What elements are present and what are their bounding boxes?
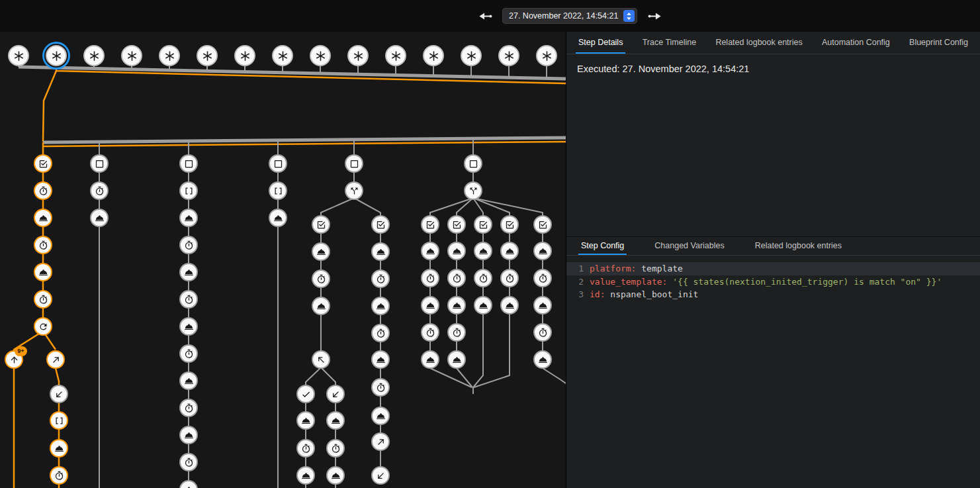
asterisk-node[interactable] — [8, 45, 29, 66]
timer-node[interactable] — [90, 181, 109, 200]
bell-node[interactable] — [296, 466, 315, 485]
timer-node[interactable] — [179, 344, 198, 363]
bell-node[interactable] — [312, 242, 330, 261]
bell-node[interactable] — [179, 426, 198, 444]
bell-node[interactable] — [312, 297, 330, 315]
asterisk-node[interactable] — [310, 45, 331, 66]
bell-node[interactable] — [371, 407, 390, 425]
bell-node[interactable] — [326, 411, 345, 430]
bell-node[interactable] — [50, 439, 68, 458]
square-node[interactable] — [269, 154, 287, 173]
subtab-changed-variables[interactable]: Changed Variables — [652, 237, 727, 255]
asterisk-node[interactable] — [498, 45, 519, 66]
bell-node[interactable] — [179, 263, 198, 281]
checkbox-node[interactable] — [34, 154, 52, 173]
tab-trace-timeline[interactable]: Trace Timeline — [640, 32, 699, 54]
timer-node[interactable] — [326, 439, 345, 458]
bell-node[interactable] — [474, 242, 492, 260]
timer-node[interactable] — [421, 323, 439, 342]
timer-node[interactable] — [179, 453, 198, 471]
bell-node[interactable] — [371, 297, 390, 315]
timer-node[interactable] — [34, 290, 52, 309]
brackets-node[interactable] — [269, 181, 287, 200]
bell-node[interactable] — [421, 242, 439, 260]
bell-node[interactable] — [90, 209, 109, 227]
subtab-step-config[interactable]: Step Config — [578, 237, 627, 255]
bell-node[interactable] — [533, 296, 552, 315]
bell-node[interactable] — [447, 242, 466, 260]
asterisk-node[interactable] — [536, 45, 557, 66]
bell-node[interactable] — [533, 242, 552, 260]
timer-node[interactable] — [34, 181, 52, 200]
asterisk-node[interactable] — [423, 45, 444, 66]
checkbox-node[interactable] — [500, 215, 519, 234]
timer-node[interactable] — [296, 439, 315, 458]
asterisk-node[interactable] — [159, 45, 180, 66]
timer-node[interactable] — [179, 236, 198, 254]
square-node[interactable] — [90, 154, 109, 173]
bell-node[interactable] — [421, 350, 439, 369]
bell-node[interactable] — [179, 371, 198, 390]
timer-node[interactable] — [500, 269, 519, 287]
bell-node[interactable] — [34, 209, 52, 227]
bell-node[interactable] — [179, 317, 198, 336]
bell-node[interactable] — [447, 350, 466, 369]
arrow-bottom-left-node[interactable] — [50, 385, 68, 403]
checkbox-node[interactable] — [371, 215, 390, 234]
bell-node[interactable] — [179, 209, 198, 227]
checkbox-node[interactable] — [474, 215, 492, 234]
bell-node[interactable] — [296, 411, 315, 430]
call-split-node[interactable] — [345, 181, 363, 200]
asterisk-node[interactable] — [385, 45, 406, 66]
asterisk-node[interactable] — [83, 45, 105, 66]
tab-automation-config[interactable]: Automation Config — [819, 32, 893, 54]
arrow-bottom-left-node[interactable] — [371, 466, 390, 485]
asterisk-node[interactable] — [272, 45, 293, 66]
timer-node[interactable] — [179, 290, 198, 309]
arrow-top-right-node[interactable] — [371, 432, 390, 451]
bell-node[interactable] — [371, 350, 390, 369]
asterisk-node[interactable] — [121, 45, 142, 66]
timer-node[interactable] — [371, 324, 390, 342]
checkbox-node[interactable] — [447, 215, 466, 234]
timer-node[interactable] — [371, 269, 390, 288]
square-node[interactable] — [179, 154, 198, 173]
arrow-top-left-node[interactable] — [312, 350, 330, 369]
bell-node[interactable] — [500, 296, 519, 315]
next-run-button[interactable] — [646, 7, 663, 24]
bell-node[interactable] — [269, 209, 287, 227]
bell-node[interactable] — [34, 263, 52, 281]
square-node[interactable] — [464, 154, 482, 173]
asterisk-node[interactable] — [461, 45, 482, 66]
tab-related-logbook-entries[interactable]: Related logbook entries — [713, 32, 805, 54]
previous-run-button[interactable] — [476, 7, 494, 24]
timer-node[interactable] — [371, 378, 390, 397]
timer-node[interactable] — [312, 269, 330, 288]
square-node[interactable] — [345, 154, 363, 173]
call-split-node[interactable] — [464, 181, 482, 200]
timer-node[interactable] — [474, 269, 492, 287]
arrow-bottom-left-node[interactable] — [326, 385, 345, 403]
bell-node[interactable] — [326, 466, 345, 485]
subtab-related-logbook-entries[interactable]: Related logbook entries — [752, 237, 844, 255]
asterisk-node[interactable] — [197, 45, 218, 66]
checkbox-node[interactable] — [421, 215, 439, 234]
tab-blueprint-config[interactable]: Blueprint Config — [907, 32, 971, 54]
timer-node[interactable] — [533, 269, 552, 287]
brackets-node[interactable] — [50, 411, 68, 430]
bell-node[interactable] — [371, 242, 390, 261]
timer-node[interactable] — [447, 269, 466, 287]
bell-node[interactable] — [533, 350, 552, 369]
tab-step-details[interactable]: Step Details — [576, 32, 625, 54]
bell-node[interactable] — [474, 296, 492, 315]
arrow-up-node[interactable]: 9+ — [5, 350, 23, 369]
asterisk-node[interactable] — [347, 45, 369, 66]
bell-node[interactable] — [421, 296, 439, 315]
checkbox-node[interactable] — [533, 215, 552, 234]
bell-node[interactable] — [500, 242, 519, 260]
asterisk-node[interactable] — [234, 45, 255, 66]
run-selector[interactable]: 27. November 2022, 14:54:21 — [502, 8, 637, 24]
check-node[interactable] — [296, 385, 315, 403]
timer-node[interactable] — [447, 323, 466, 342]
arrow-top-right-node[interactable] — [46, 350, 65, 369]
